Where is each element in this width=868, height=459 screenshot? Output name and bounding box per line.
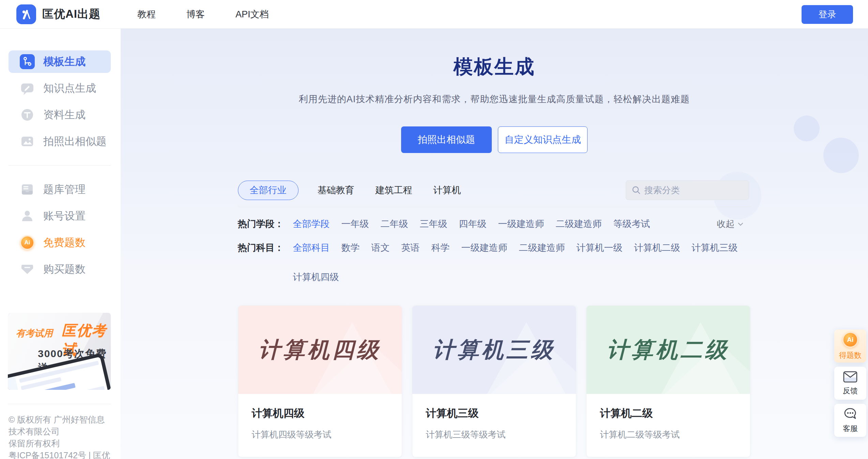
- subject-option[interactable]: 数学: [341, 241, 360, 255]
- tag-icon: [19, 261, 35, 277]
- promo-banner[interactable]: 有考试用 匡优考试 3000考次免费送: [8, 313, 111, 390]
- stage-option[interactable]: 一级建造师: [498, 217, 544, 231]
- collapse-label: 收起: [717, 218, 735, 230]
- card-description: 计算机二级等级考试: [600, 429, 736, 441]
- footer-divider: [8, 404, 111, 404]
- stage-option[interactable]: 全部学段: [293, 217, 330, 231]
- hot-subject-label: 热门科目：: [238, 241, 293, 284]
- search-input[interactable]: [644, 185, 759, 196]
- category-search[interactable]: [626, 180, 749, 200]
- footer-copyright: © 版权所有 广州好智信息技术有限公司 保留所有权利 粤ICP备15101742…: [9, 414, 111, 459]
- stage-option[interactable]: 等级考试: [613, 217, 650, 231]
- template-card-grid: 计算机四级 计算机四级 计算机四级等级考试 计算机三级 计算机三级 计算机三级等…: [238, 305, 751, 457]
- tabs-divider: [238, 207, 751, 207]
- sidebar-item-photo-similar[interactable]: 拍照出相似题: [9, 130, 111, 153]
- branch-icon: [19, 54, 35, 70]
- subject-option[interactable]: 计算机一级: [577, 241, 623, 255]
- nav-link-api-docs[interactable]: API文档: [235, 8, 269, 20]
- text-icon: [19, 107, 35, 123]
- library-icon: [19, 182, 35, 197]
- sidebar-group-generate: 模板生成 知识点生成 资料生成: [0, 29, 121, 153]
- user-icon: [19, 208, 35, 224]
- main-content: 模板生成 利用先进的AI技术精准分析内容和需求，帮助您迅速批量生成高质量试题，轻…: [121, 29, 868, 459]
- sidebar-item-label: 拍照出相似题: [43, 134, 107, 149]
- subject-option[interactable]: 计算机四级: [293, 270, 339, 284]
- rights-line: 保留所有权利: [9, 438, 111, 449]
- subject-option[interactable]: 计算机三级: [692, 241, 738, 255]
- nav-link-blog[interactable]: 博客: [186, 8, 205, 20]
- sidebar-divider: [9, 165, 111, 166]
- subject-option[interactable]: 计算机二级: [634, 241, 680, 255]
- icp-line: 粤ICP备15101742号 | 匡优出题: [9, 449, 111, 459]
- sidebar-item-question-bank[interactable]: 题库管理: [9, 178, 111, 201]
- tab-basic-education[interactable]: 基础教育: [316, 184, 356, 196]
- stage-option[interactable]: 一年级: [341, 217, 369, 231]
- customer-service-widget[interactable]: 客服: [834, 404, 866, 437]
- card-body: 计算机二级 计算机二级等级考试: [587, 394, 750, 457]
- card-description: 计算机三级等级考试: [426, 429, 562, 441]
- subject-option[interactable]: 科学: [431, 241, 450, 255]
- page-subtitle: 利用先进的AI技术精准分析内容和需求，帮助您迅速批量生成高质量试题，轻松解决出题…: [238, 93, 751, 105]
- subject-option[interactable]: 二级建造师: [519, 241, 565, 255]
- chat-icon: [843, 407, 857, 421]
- sidebar-item-knowledge-generate[interactable]: 知识点生成: [9, 77, 111, 100]
- page-title: 模板生成: [238, 29, 751, 80]
- widget-label: 反馈: [843, 386, 858, 396]
- tab-all-industries[interactable]: 全部行业: [238, 181, 299, 200]
- card-description: 计算机四级等级考试: [252, 429, 388, 441]
- hot-subject-options: 全部科目 数学 语文 英语 科学 一级建造师 二级建造师 计算机一级 计算机二级…: [293, 241, 751, 284]
- custom-knowledge-button[interactable]: 自定义知识点生成: [498, 126, 588, 153]
- hot-stage-row: 热门学段： 全部学段 一年级 二年级 三年级 四年级 一级建造师 二级建造师 等…: [238, 217, 751, 231]
- nav-link-tutorial[interactable]: 教程: [137, 8, 156, 20]
- search-icon: [631, 185, 641, 195]
- get-questions-widget[interactable]: Ai 得题数: [834, 330, 866, 363]
- photo-similar-button[interactable]: 拍照出相似题: [401, 126, 492, 153]
- subject-option[interactable]: 全部科目: [293, 241, 330, 255]
- decorative-circle: [823, 138, 859, 173]
- sidebar-item-label: 账号设置: [43, 209, 86, 223]
- tab-computer[interactable]: 计算机: [431, 184, 463, 196]
- copyright-line: © 版权所有 广州好智信息技术有限公司: [9, 414, 111, 438]
- stage-option[interactable]: 二年级: [381, 217, 408, 231]
- mail-icon: [843, 371, 858, 383]
- sidebar-item-label: 模板生成: [43, 55, 86, 69]
- nav-links: 教程 博客 API文档: [137, 8, 269, 20]
- widget-label: 客服: [843, 424, 858, 434]
- card-title: 计算机四级: [252, 406, 388, 420]
- card-banner-image: 计算机三级: [412, 306, 576, 394]
- tab-construction[interactable]: 建筑工程: [374, 184, 414, 196]
- hero-buttons: 拍照出相似题 自定义知识点生成: [238, 126, 751, 153]
- subject-option[interactable]: 语文: [371, 241, 390, 255]
- card-banner-image: 计算机二级: [587, 306, 750, 394]
- sidebar-item-buy-questions[interactable]: 购买题数: [9, 258, 111, 280]
- ai-badge-icon: Ai: [19, 235, 35, 250]
- template-card-computer-level2[interactable]: 计算机二级 计算机二级 计算机二级等级考试: [586, 305, 750, 457]
- subject-option[interactable]: 一级建造师: [461, 241, 507, 255]
- decorative-circle: [794, 116, 820, 141]
- sidebar-item-label: 资料生成: [43, 108, 86, 122]
- sidebar-item-free-questions[interactable]: Ai 免费题数: [9, 231, 111, 254]
- sidebar-item-label: 题库管理: [43, 182, 86, 197]
- card-title: 计算机二级: [600, 406, 736, 420]
- card-title: 计算机三级: [426, 406, 562, 420]
- template-card-computer-level3[interactable]: 计算机三级 计算机三级 计算机三级等级考试: [412, 305, 576, 457]
- hot-subject-row: 热门科目： 全部科目 数学 语文 英语 科学 一级建造师 二级建造师 计算机一级…: [238, 241, 751, 284]
- feedback-widget[interactable]: 反馈: [834, 367, 866, 400]
- collapse-toggle[interactable]: 收起: [717, 218, 744, 230]
- widget-label: 得题数: [839, 350, 862, 361]
- stage-option[interactable]: 二级建造师: [556, 217, 602, 231]
- sidebar-item-account-settings[interactable]: 账号设置: [9, 205, 111, 227]
- card-body: 计算机四级 计算机四级等级考试: [238, 394, 402, 457]
- sidebar-item-label: 免费题数: [43, 235, 86, 250]
- login-button[interactable]: 登录: [802, 5, 853, 24]
- subject-option[interactable]: 英语: [401, 241, 420, 255]
- sidebar-item-template-generate[interactable]: 模板生成: [9, 50, 111, 73]
- sidebar-group-account: 题库管理 账号设置 Ai 免费题数 购: [0, 178, 121, 280]
- brand-name: 匡优AI出题: [42, 6, 101, 22]
- stage-option[interactable]: 四年级: [459, 217, 487, 231]
- photo-icon: [19, 134, 35, 149]
- template-card-computer-level4[interactable]: 计算机四级 计算机四级 计算机四级等级考试: [238, 305, 402, 457]
- stage-option[interactable]: 三年级: [420, 217, 447, 231]
- sidebar-item-material-generate[interactable]: 资料生成: [9, 104, 111, 126]
- hot-stage-options: 全部学段 一年级 二年级 三年级 四年级 一级建造师 二级建造师 等级考试: [293, 217, 751, 231]
